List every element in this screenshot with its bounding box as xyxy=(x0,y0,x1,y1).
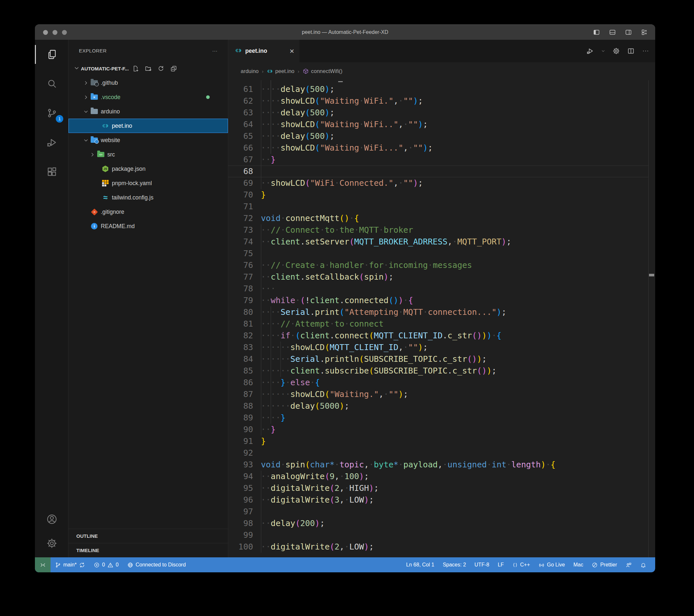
panel-bottom-icon[interactable] xyxy=(609,29,616,36)
tab-peet-ino[interactable]: peet.ino × xyxy=(228,40,299,62)
status-cursor-position[interactable]: Ln 68, Col 1 xyxy=(402,557,438,572)
code-line[interactable]: 88······delay(5000); xyxy=(228,400,655,412)
layout-icon[interactable] xyxy=(641,29,648,36)
status-encoding[interactable]: UTF-8 xyxy=(470,557,493,572)
activity-source-control[interactable]: 1 xyxy=(35,98,69,128)
close-tab-icon[interactable]: × xyxy=(290,47,294,55)
code-line[interactable]: 67··} xyxy=(228,154,655,166)
line-number: 76 xyxy=(228,259,253,271)
code-line[interactable]: 66····showLCD("Waiting·WiFi...",·""); xyxy=(228,142,655,154)
activity-run-and-debug[interactable] xyxy=(35,128,69,157)
code-line[interactable]: 69··showLCD("WiFi·Connected.",·""); xyxy=(228,177,655,189)
run-debug-icon[interactable] xyxy=(586,47,594,55)
ellipsis-icon[interactable] xyxy=(642,47,649,55)
code-line[interactable]: 63····delay(500); xyxy=(228,107,655,119)
code-line[interactable]: 78··· xyxy=(228,283,655,295)
code-line[interactable]: 84······Serial.println(SUBSCRIBE_TOPIC.c… xyxy=(228,353,655,365)
code-editor[interactable]: 61····delay(500);62····showLCD("Waiting·… xyxy=(228,80,655,557)
code-line[interactable]: 82····if·(client.connect(MQTT_CLIENT_ID.… xyxy=(228,330,655,341)
tree-item-peet-ino[interactable]: peet.ino xyxy=(69,119,228,133)
activity-extensions[interactable] xyxy=(35,157,69,186)
breadcrumb-item[interactable]: arduino xyxy=(241,68,259,74)
code-line[interactable]: 64····showLCD("Waiting·WiFi..",·""); xyxy=(228,119,655,130)
status-notifications[interactable] xyxy=(636,557,651,572)
code-line[interactable]: 81····//·Attempt·to·connect xyxy=(228,318,655,330)
new-folder-icon[interactable] xyxy=(145,65,152,72)
code-line[interactable]: 65····delay(500); xyxy=(228,130,655,142)
file-tree: .github×.vscodearduinopeet.inowebsite</>… xyxy=(69,76,228,234)
activity-explorer[interactable] xyxy=(35,40,69,69)
line-number: 72 xyxy=(228,212,253,224)
gear-icon[interactable] xyxy=(613,47,620,55)
status-language-mode[interactable]: C++ xyxy=(508,557,534,572)
tree-item-pnpm-lock-yaml[interactable]: pnpm-lock.yaml xyxy=(69,176,228,190)
remote-indicator[interactable] xyxy=(35,557,51,572)
code-line[interactable]: 95··digitalWrite(2,·HIGH); xyxy=(228,482,655,494)
code-line[interactable]: 62····showLCD("Waiting·WiFi.",·""); xyxy=(228,95,655,107)
outline-section[interactable]: OUTLINE xyxy=(69,529,228,543)
sync-icon xyxy=(79,562,85,568)
code-line[interactable]: 94··analogWrite(9,·100); xyxy=(228,471,655,482)
code-line[interactable]: 91} xyxy=(228,435,655,447)
code-line[interactable]: 68 xyxy=(228,166,655,177)
code-line[interactable]: 90··} xyxy=(228,424,655,435)
code-line[interactable]: 70} xyxy=(228,189,655,201)
code-line[interactable]: 76··//·Create·a·handler·for·incoming·mes… xyxy=(228,259,655,271)
code-line[interactable]: 99 xyxy=(228,529,655,541)
status-git-branch[interactable]: main* xyxy=(51,557,89,572)
code-line[interactable]: 89····} xyxy=(228,412,655,424)
project-root-row[interactable]: AUTOMATIC-PET-F... xyxy=(69,61,228,76)
activity-settings[interactable] xyxy=(35,531,69,555)
code-line[interactable]: 71 xyxy=(228,201,655,212)
panel-left-icon[interactable] xyxy=(593,29,600,36)
code-line[interactable]: 73··//·Connect·to·the·MQTT·broker xyxy=(228,224,655,236)
status-discord-status[interactable]: Connected to Discord xyxy=(123,557,190,572)
activity-search[interactable] xyxy=(35,69,69,98)
code-line[interactable]: 86····}·else·{ xyxy=(228,377,655,389)
status-go-live[interactable]: Go Live xyxy=(534,557,569,572)
tree-item--github[interactable]: .github xyxy=(69,76,228,90)
code-line[interactable]: 74··client.setServer(MQTT_BROKER_ADRRESS… xyxy=(228,236,655,248)
code-line[interactable]: 100··digitalWrite(2,·LOW); xyxy=(228,541,655,553)
code-line[interactable]: 87······showLCD("Waiting.",·""); xyxy=(228,389,655,400)
code-line[interactable]: 75 xyxy=(228,248,655,259)
breadcrumb-item[interactable]: peet.ino xyxy=(267,68,294,74)
activity-account[interactable] xyxy=(35,507,69,531)
tree-item-readme-md[interactable]: iREADME.md xyxy=(69,219,228,234)
code-line[interactable]: 72void·connectMqtt()·{ xyxy=(228,212,655,224)
refresh-icon[interactable] xyxy=(158,65,164,72)
code-line[interactable]: 80····Serial.print("Attempting·MQTT·conn… xyxy=(228,306,655,318)
status-indentation[interactable]: Spaces: 2 xyxy=(439,557,470,572)
code-line[interactable]: 97 xyxy=(228,506,655,518)
chevron-down-icon[interactable] xyxy=(601,49,605,53)
code-line[interactable]: 61····delay(500); xyxy=(228,83,655,95)
code-line[interactable]: 77··client.setCallback(spin); xyxy=(228,271,655,283)
code-line[interactable]: 93void·spin(char*·topic,·byte*·payload,·… xyxy=(228,459,655,471)
panel-right-icon[interactable] xyxy=(625,29,632,36)
status-os-indicator[interactable]: Mac xyxy=(569,557,587,572)
tree-item-website[interactable]: website xyxy=(69,133,228,147)
code-line[interactable]: 85······client.subscribe(SUBSCRIBE_TOPIC… xyxy=(228,365,655,377)
timeline-section[interactable]: TIMELINE xyxy=(69,543,228,557)
breadcrumb-item[interactable]: connectWifi() xyxy=(303,68,343,74)
new-file-icon[interactable] xyxy=(132,65,139,72)
code-line[interactable]: 79··while·(!client.connected())·{ xyxy=(228,295,655,306)
tree-item-arduino[interactable]: arduino xyxy=(69,104,228,119)
split-editor-icon[interactable] xyxy=(627,47,635,55)
tree-item-tailwind-config-js[interactable]: ≈tailwind.config.js xyxy=(69,190,228,205)
tree-item--gitignore[interactable]: .gitignore xyxy=(69,205,228,219)
code-line[interactable]: 92 xyxy=(228,447,655,459)
collapse-all-icon[interactable] xyxy=(170,65,177,72)
status-problems[interactable]: 00 xyxy=(89,557,123,572)
code-line[interactable]: 83······showLCD(MQTT_CLIENT_ID,·""); xyxy=(228,341,655,353)
code-line[interactable]: 98··delay(200); xyxy=(228,518,655,529)
status-feedback[interactable] xyxy=(621,557,636,572)
title-bar[interactable]: peet.ino — Automatic-Pet-Feeder-XD xyxy=(35,25,655,40)
tree-item-package-json[interactable]: JSpackage.json xyxy=(69,162,228,176)
status-eol[interactable]: LF xyxy=(493,557,508,572)
code-line[interactable]: 96··digitalWrite(3,·LOW); xyxy=(228,494,655,506)
explorer-more-actions-button[interactable]: ··· xyxy=(212,48,218,53)
tree-item-src[interactable]: </>src xyxy=(69,147,228,162)
status-prettier[interactable]: Prettier xyxy=(587,557,621,572)
tree-item--vscode[interactable]: ×.vscode xyxy=(69,90,228,104)
